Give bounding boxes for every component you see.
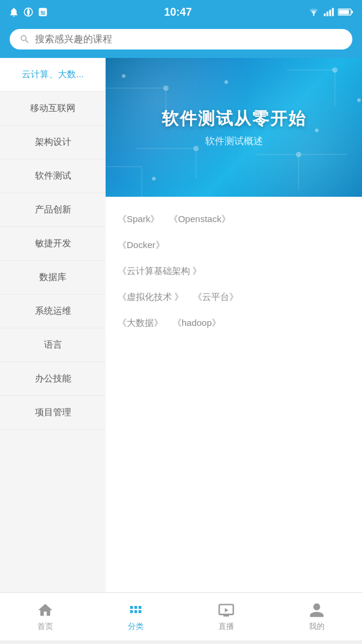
tag-virt[interactable]: 《虚拟化技术 》 [118, 285, 193, 309]
nav-item-live[interactable]: 直播 [181, 602, 272, 632]
tags-section: 《Spark》 《Openstack》 《Docker》 《云计算基础架构 》 … [106, 197, 362, 348]
svg-point-27 [122, 74, 125, 78]
status-icons-left: 知 [8, 7, 48, 18]
search-input[interactable] [35, 34, 343, 45]
category-icon [127, 602, 144, 619]
tag-bigdata[interactable]: 《大数据》 [118, 311, 173, 335]
nav-item-mine[interactable]: 我的 [272, 602, 362, 632]
sidebar-item-test[interactable]: 软件测试 [0, 159, 106, 193]
svg-point-29 [315, 129, 319, 132]
sidebar-item-db[interactable]: 数据库 [0, 261, 106, 295]
nav-item-home[interactable]: 首页 [0, 602, 91, 632]
svg-rect-10 [351, 11, 353, 13]
svg-point-28 [224, 80, 228, 84]
search-bar-wrapper [0, 24, 362, 58]
svg-point-30 [152, 177, 156, 180]
tag-row-3: 《云计算基础架构 》 [118, 260, 350, 283]
battery-icon [338, 8, 354, 16]
svg-point-3 [313, 14, 315, 16]
sidebar-item-cloud[interactable]: 云计算、大数... [0, 58, 106, 92]
svg-rect-4 [324, 13, 326, 16]
sidebar-item-agile[interactable]: 敏捷开发 [0, 227, 106, 261]
notification-icon [8, 7, 19, 18]
live-icon [218, 602, 235, 619]
banner-subtitle: 软件测试概述 [205, 135, 263, 148]
nav-label-home: 首页 [37, 621, 53, 632]
tag-row-2: 《Docker》 [118, 234, 350, 257]
nav-item-category[interactable]: 分类 [91, 602, 181, 632]
sidebar-item-lang[interactable]: 语言 [0, 328, 106, 362]
svg-point-31 [357, 98, 361, 102]
sidebar: 云计算、大数... 移动互联网 架构设计 软件测试 产品创新 敏捷开发 数据库 … [0, 58, 106, 592]
tag-spark[interactable]: 《Spark》 [118, 208, 169, 231]
svg-rect-5 [326, 11, 328, 16]
wifi-icon [308, 7, 320, 18]
search-bar[interactable] [10, 29, 352, 49]
course-banner[interactable]: 软件测试从零开始 软件测试概述 [106, 58, 362, 197]
banner-title: 软件测试从零开始 [162, 107, 306, 130]
nav-label-category: 分类 [128, 621, 144, 632]
tag-cloud-platform[interactable]: 《云平台》 [193, 285, 248, 309]
sidebar-item-product[interactable]: 产品创新 [0, 193, 106, 227]
tag-row-4: 《虚拟化技术 》 《云平台》 [118, 285, 350, 309]
tag-openstack[interactable]: 《Openstack》 [169, 208, 240, 231]
svg-rect-9 [338, 10, 349, 14]
sidebar-item-arch[interactable]: 架构设计 [0, 126, 106, 159]
zhihu-icon: 知 [37, 7, 48, 18]
status-icons-right [308, 7, 354, 18]
signal-icon [323, 7, 334, 18]
sidebar-item-office[interactable]: 办公技能 [0, 362, 106, 396]
tag-hadoop[interactable]: 《hadoop》 [173, 311, 230, 335]
svg-point-21 [194, 146, 198, 151]
status-time: 10:47 [164, 6, 192, 19]
search-icon [19, 34, 30, 45]
bottom-nav: 首页 分类 直播 我的 [0, 592, 362, 640]
content-area: 软件测试从零开始 软件测试概述 《Spark》 《Openstack》 《Doc… [106, 58, 362, 592]
vpn-icon [23, 7, 34, 18]
tag-row-1: 《Spark》 《Openstack》 [118, 208, 350, 231]
svg-rect-7 [332, 8, 334, 16]
svg-text:知: 知 [40, 10, 45, 16]
user-icon [308, 602, 325, 619]
nav-label-live: 直播 [218, 621, 234, 632]
sidebar-item-ops[interactable]: 系统运维 [0, 295, 106, 328]
sidebar-item-pm[interactable]: 项目管理 [0, 396, 106, 430]
tag-cloud-arch[interactable]: 《云计算基础架构 》 [118, 260, 211, 283]
status-bar: 知 10:47 [0, 0, 362, 24]
nav-label-mine: 我的 [309, 621, 325, 632]
sidebar-item-mobile[interactable]: 移动互联网 [0, 92, 106, 126]
main-content: 云计算、大数... 移动互联网 架构设计 软件测试 产品创新 敏捷开发 数据库 … [0, 58, 362, 592]
svg-point-24 [296, 152, 301, 157]
tag-docker[interactable]: 《Docker》 [118, 234, 174, 257]
svg-point-18 [332, 68, 337, 72]
tag-row-5: 《大数据》 《hadoop》 [118, 311, 350, 335]
home-icon [37, 602, 54, 619]
svg-rect-6 [329, 10, 331, 16]
svg-point-14 [164, 86, 168, 91]
